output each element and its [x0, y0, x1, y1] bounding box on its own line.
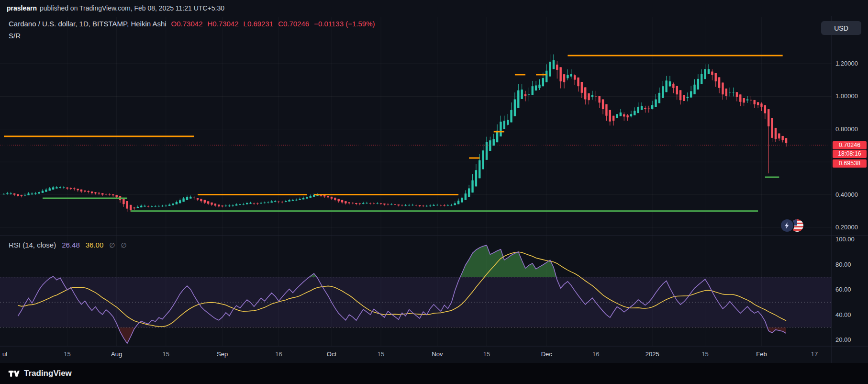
time-axis-label: Aug [111, 350, 122, 358]
chart-canvas[interactable] [0, 0, 868, 384]
time-axis-label: Oct [327, 350, 336, 358]
bar-countdown-badge: 18:08:16 [833, 150, 867, 158]
currency-toggle-button[interactable]: USD [821, 21, 861, 35]
price-axis-label: 1.20000 [835, 60, 858, 67]
symbol-legend: Cardano / U.S. dollar, 1D, BITSTAMP, Hei… [9, 20, 375, 28]
tradingview-published-chart: praslearn published on TradingView.com, … [0, 0, 868, 384]
ohlc-close: C0.70246 [278, 20, 309, 28]
time-axis-label: 16 [275, 350, 282, 358]
time-axis[interactable]: ul15Aug15Sep16Oct15Nov15Dec16202515Feb17 [0, 346, 832, 363]
time-axis-label: Dec [541, 350, 552, 358]
sr-indicator-label[interactable]: S/R [9, 32, 21, 40]
time-axis-label: Feb [756, 350, 767, 358]
time-axis-label: 15 [64, 350, 70, 358]
publish-text: published on TradingView.com, Feb 08, 20… [40, 4, 224, 12]
price-axis-label: 1.00000 [835, 92, 858, 100]
rsi-axis-label: 20.00 [835, 336, 851, 343]
price-axis-label: 0.80000 [835, 125, 858, 133]
heikin-ashi-candles [3, 55, 787, 212]
time-axis-label: 2025 [645, 350, 659, 358]
ohlc-high: H0.73042 [207, 20, 238, 28]
publish-info-bar: praslearn published on TradingView.com, … [0, 0, 868, 16]
rsi-plot [0, 245, 832, 343]
lightning-icon [780, 218, 794, 233]
rsi-legend: RSI (14, close) 26.48 36.00 ∅ ∅ [9, 241, 127, 249]
rsi-axis-label: 80.00 [835, 261, 851, 268]
rsi-disabled-icon: ∅ [121, 241, 127, 249]
time-axis-label: 16 [592, 350, 599, 358]
time-axis-label: 15 [483, 350, 490, 358]
time-axis-label: 15 [701, 350, 708, 358]
ohlc-low: L0.69231 [244, 20, 274, 28]
sr-lines[interactable] [4, 56, 783, 211]
time-axis-label: 17 [811, 350, 818, 358]
tradingview-brand[interactable]: TradingView [24, 369, 72, 378]
price-axis-label: 0.40000 [835, 191, 858, 198]
time-axis-label: 15 [378, 350, 384, 358]
last-price-badge: 0.69538 [833, 159, 867, 168]
rsi-ma-value: 36.00 [86, 241, 104, 249]
tradingview-logo-icon[interactable] [8, 368, 20, 380]
footer-bar: TradingView [0, 363, 868, 384]
symbol-logos [780, 218, 804, 233]
symbol-title[interactable]: Cardano / U.S. dollar, 1D, BITSTAMP, Hei… [9, 20, 167, 28]
price-axis-label: 0.20000 [835, 224, 858, 231]
time-axis-label: Sep [217, 350, 228, 358]
author-username[interactable]: praslearn [7, 4, 37, 12]
time-axis-label: 15 [163, 350, 169, 358]
rsi-disabled-icon: ∅ [109, 241, 115, 249]
rsi-axis-label: 60.00 [835, 286, 851, 293]
price-axis[interactable]: 1.200001.000000.800000.400000.20000100.0… [832, 16, 868, 363]
rsi-axis-label: 40.00 [835, 311, 851, 318]
rsi-axis-label: 100.00 [835, 236, 855, 243]
rsi-title[interactable]: RSI (14, close) [9, 241, 56, 249]
current-price-badge: 0.70246 [833, 141, 867, 149]
rsi-current-value: 26.48 [62, 241, 80, 249]
ohlc-open: O0.73042 [171, 20, 203, 28]
lightning-bolt-glyph [783, 222, 791, 229]
time-axis-label: Nov [432, 350, 443, 358]
time-axis-label: ul [2, 350, 7, 358]
ohlc-change: −0.01133 (−1.59%) [314, 20, 375, 28]
